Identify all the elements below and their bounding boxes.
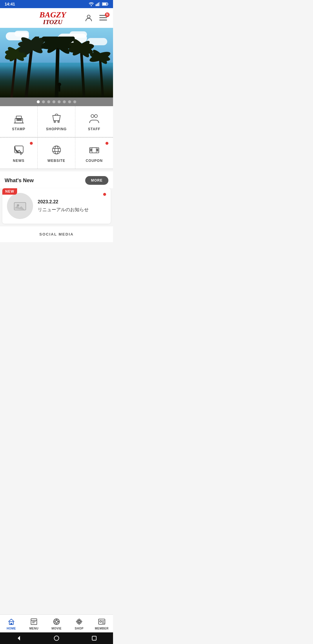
hero-banner[interactable] (0, 28, 113, 97)
menu-button[interactable]: N (98, 13, 108, 23)
svg-rect-1 (96, 4, 97, 6)
dot-3[interactable] (47, 100, 50, 103)
dot-8[interactable] (73, 100, 76, 103)
menu-item-website[interactable]: WEBSITE (38, 138, 75, 169)
status-time: 14:41 (5, 2, 15, 6)
svg-rect-37 (59, 86, 60, 92)
news-image (7, 193, 33, 219)
svg-rect-41 (17, 120, 18, 121)
dot-7[interactable] (68, 100, 71, 103)
profile-icon (85, 14, 93, 22)
shopping-icon (50, 112, 63, 125)
image-placeholder-icon (13, 200, 27, 212)
svg-rect-3 (98, 3, 99, 6)
svg-point-44 (54, 121, 55, 123)
svg-rect-59 (97, 150, 98, 151)
svg-point-45 (58, 121, 59, 123)
news-label: NEWS (13, 159, 25, 163)
battery-icon (102, 2, 108, 6)
news-content: 2023.2.22 リニューアルのお知らせ (38, 199, 106, 213)
logo-line1: BAGZY (39, 11, 66, 19)
dot-6[interactable] (63, 100, 66, 103)
news-card-0[interactable]: NEW 2023.2.22 リニューアルのお知らせ (2, 188, 111, 224)
wifi-icon (89, 2, 94, 6)
svg-point-0 (91, 5, 92, 6)
coupon-notification-dot (105, 142, 108, 145)
news-notification-dot (30, 142, 33, 145)
whats-new-header: What's New MORE (0, 171, 113, 188)
svg-line-22 (57, 42, 58, 97)
stamp-label: STAMP (12, 127, 25, 131)
dot-1[interactable] (37, 100, 40, 103)
svg-rect-43 (20, 120, 21, 121)
whats-new-title: What's New (5, 178, 34, 184)
coupon-label: COUPON (86, 159, 103, 163)
social-media-label: SOCIAL MEDIA (39, 232, 74, 236)
website-label: WEBSITE (48, 159, 65, 163)
news-badge: NEW (2, 188, 17, 195)
news-text: リニューアルのお知らせ (38, 207, 106, 213)
signal-icon (96, 2, 100, 6)
coupon-icon (87, 144, 101, 156)
staff-label: STAFF (88, 127, 101, 131)
svg-rect-4 (99, 2, 100, 6)
menu-item-staff[interactable]: STAFF (75, 106, 113, 137)
logo-line2: ITOZU (39, 19, 66, 25)
stamp-icon (12, 112, 26, 125)
svg-rect-58 (97, 149, 98, 150)
svg-point-46 (91, 115, 94, 117)
menu-grid-row1: STAMP SHOPPING STAFF (0, 106, 113, 138)
profile-button[interactable] (83, 12, 94, 24)
svg-line-32 (100, 57, 103, 97)
staff-icon (87, 112, 101, 125)
app-header: BAGZY ITOZU N (0, 8, 113, 28)
news-unread-dot (103, 193, 106, 196)
dot-2[interactable] (42, 100, 45, 103)
menu-item-news[interactable]: NEWS (0, 138, 38, 169)
status-icons (89, 2, 108, 6)
palm-trees (0, 37, 113, 97)
svg-rect-57 (90, 150, 92, 151)
news-icon (12, 144, 26, 156)
svg-rect-42 (19, 120, 20, 121)
svg-rect-56 (90, 149, 92, 150)
header-actions: N (83, 12, 108, 24)
svg-point-50 (55, 146, 58, 154)
more-button[interactable]: MORE (85, 176, 108, 185)
hero-pagination (0, 97, 113, 106)
cloud-2 (14, 31, 29, 37)
shopping-label: SHOPPING (46, 127, 67, 131)
news-date: 2023.2.22 (38, 199, 106, 205)
menu-item-stamp[interactable]: STAMP (0, 106, 38, 137)
svg-rect-2 (97, 3, 98, 6)
svg-line-27 (81, 48, 84, 97)
menu-item-shopping[interactable]: SHOPPING (38, 106, 75, 137)
svg-point-36 (58, 83, 61, 86)
dot-4[interactable] (52, 100, 55, 103)
dot-5[interactable] (58, 100, 61, 103)
social-media-section: SOCIAL MEDIA (0, 226, 113, 242)
svg-point-8 (87, 15, 90, 18)
svg-rect-7 (108, 3, 108, 5)
website-icon (50, 144, 63, 156)
svg-rect-6 (103, 3, 107, 5)
svg-point-49 (52, 146, 61, 154)
status-bar: 14:41 (0, 0, 113, 8)
svg-point-47 (94, 115, 97, 117)
menu-grid-row2: NEWS WEBSITE COUPON (0, 138, 113, 169)
notification-badge: N (105, 12, 110, 17)
menu-item-coupon[interactable]: COUPON (75, 138, 113, 169)
header-logo: BAGZY ITOZU (22, 11, 83, 25)
